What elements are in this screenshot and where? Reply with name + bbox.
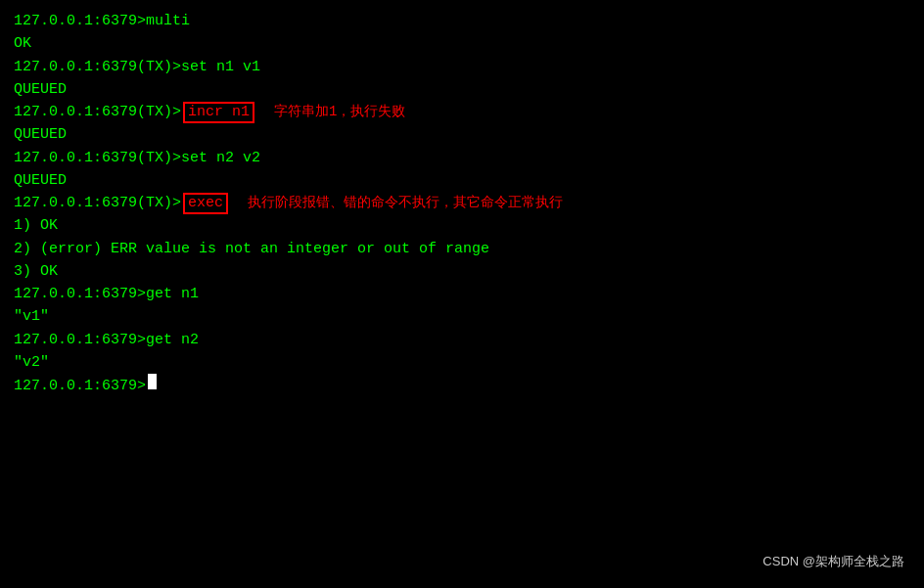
cursor — [148, 374, 157, 389]
status-text: QUEUED — [14, 169, 67, 192]
terminal-window: 127.0.0.1:6379> multiOK127.0.0.1:6379(TX… — [0, 0, 924, 407]
annotation-text: 字符串加1，执行失败 — [274, 102, 405, 123]
terminal-line: "v2" — [14, 351, 910, 374]
terminal-line: OK — [14, 32, 910, 55]
terminal-line: QUEUED — [14, 123, 910, 146]
terminal-line: 127.0.0.1:6379> get n2 — [14, 329, 910, 351]
watermark: CSDN @架构师全栈之路 — [762, 553, 904, 570]
prompt: 127.0.0.1:6379(TX)> — [14, 56, 181, 78]
prompt: 127.0.0.1:6379(TX)> — [14, 192, 181, 214]
result-text: 1) OK — [14, 214, 58, 237]
terminal-line: 127.0.0.1:6379(TX)> incr n1字符串加1，执行失败 — [14, 101, 910, 123]
terminal-line: 127.0.0.1:6379> — [14, 374, 910, 397]
prompt: 127.0.0.1:6379> — [14, 329, 146, 351]
result-text: "v1" — [14, 305, 49, 328]
prompt: 127.0.0.1:6379> — [14, 283, 146, 305]
terminal-line: 127.0.0.1:6379(TX)> exec执行阶段报错、错的命令不执行，其… — [14, 192, 910, 214]
terminal-line: QUEUED — [14, 169, 910, 192]
highlighted-command: exec — [183, 193, 228, 214]
error-text: 2) (error) ERR value is not an integer o… — [14, 238, 489, 260]
status-text: QUEUED — [14, 123, 67, 146]
annotation-text: 执行阶段报错、错的命令不执行，其它命令正常执行 — [248, 193, 563, 214]
result-text: "v2" — [14, 351, 49, 374]
terminal-line: "v1" — [14, 305, 910, 328]
terminal-line: 127.0.0.1:6379> get n1 — [14, 283, 910, 305]
prompt: 127.0.0.1:6379(TX)> — [14, 147, 181, 169]
prompt: 127.0.0.1:6379> — [14, 10, 146, 32]
command: get n2 — [146, 329, 199, 351]
status-text: QUEUED — [14, 78, 67, 101]
prompt: 127.0.0.1:6379> — [14, 375, 146, 397]
terminal-line: 2) (error) ERR value is not an integer o… — [14, 238, 910, 260]
terminal-line: 3) OK — [14, 260, 910, 283]
terminal-line: 127.0.0.1:6379(TX)> set n1 v1 — [14, 56, 910, 78]
command: set n2 v2 — [181, 147, 260, 169]
terminal-line: 127.0.0.1:6379(TX)> set n2 v2 — [14, 147, 910, 169]
terminal-line: QUEUED — [14, 78, 910, 101]
prompt: 127.0.0.1:6379(TX)> — [14, 101, 181, 123]
terminal-line: 127.0.0.1:6379> multi — [14, 10, 910, 32]
command: get n1 — [146, 283, 199, 305]
command: set n1 v1 — [181, 56, 260, 78]
status-text: OK — [14, 32, 31, 55]
highlighted-command: incr n1 — [183, 102, 254, 123]
command: multi — [146, 10, 190, 32]
terminal-line: 1) OK — [14, 214, 910, 237]
result-text: 3) OK — [14, 260, 58, 283]
